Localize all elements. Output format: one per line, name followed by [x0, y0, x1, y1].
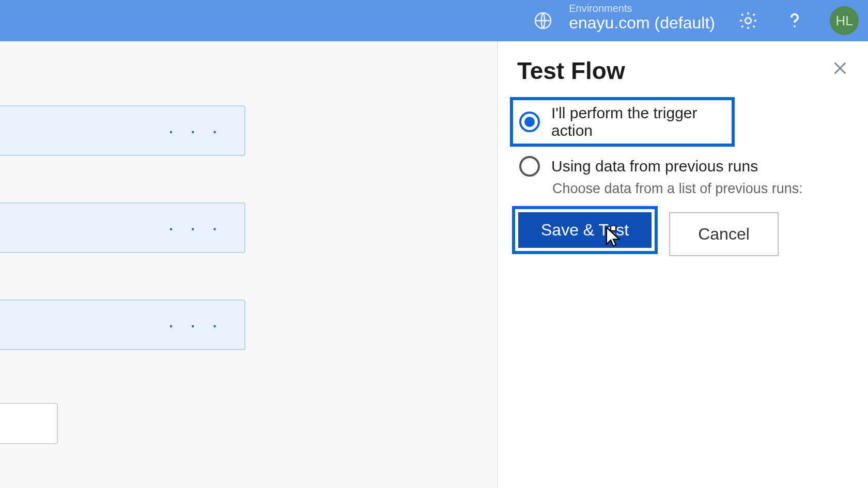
save-test-button[interactable]: Save & Test — [518, 212, 652, 248]
cancel-button[interactable]: Cancel — [669, 212, 779, 256]
add-step-card[interactable]: e — [0, 403, 58, 444]
help-icon[interactable] — [780, 6, 809, 35]
svg-point-2 — [794, 25, 796, 27]
globe-icon — [529, 6, 557, 35]
gear-icon[interactable] — [734, 6, 763, 35]
avatar[interactable]: HL — [830, 6, 859, 35]
flow-step-card[interactable]: · · · — [0, 300, 245, 350]
radio-label: I'll perform the trigger action — [551, 104, 725, 139]
environment-label: Environments — [569, 3, 715, 14]
radio-option-perform-trigger[interactable]: I'll perform the trigger action — [510, 97, 735, 147]
panel-title: Test Flow — [512, 57, 854, 85]
flow-canvas: · · · · · · · · · e — [0, 41, 498, 488]
environment-picker[interactable]: Environments enayu.com (default) — [529, 6, 715, 35]
radio-description: Choose data from a list of previous runs… — [552, 181, 854, 197]
flow-step-card[interactable]: · · · — [0, 202, 245, 253]
flow-step-card[interactable]: · · · — [0, 105, 245, 156]
avatar-initials: HL — [835, 13, 853, 29]
radio-icon — [519, 156, 540, 177]
top-bar: Environments enayu.com (default) HL — [0, 0, 868, 41]
environment-value: enayu.com (default) — [569, 14, 715, 32]
radio-icon — [519, 112, 540, 132]
radio-label: Using data from previous runs — [551, 158, 758, 175]
svg-point-1 — [745, 18, 751, 23]
save-test-highlight: Save & Test — [512, 206, 658, 254]
radio-option-previous-runs[interactable]: Using data from previous runs — [512, 151, 854, 182]
close-icon[interactable] — [831, 59, 849, 80]
test-flow-panel: Test Flow I'll perform the trigger actio… — [498, 41, 868, 488]
